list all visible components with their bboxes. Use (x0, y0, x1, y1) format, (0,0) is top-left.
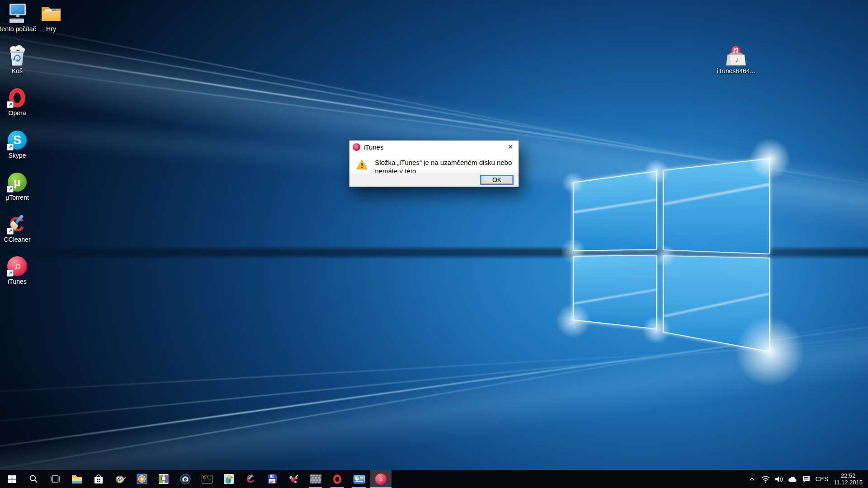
store-icon (94, 474, 104, 484)
desktop-icon-label: CCleaner (4, 236, 30, 243)
glow-spot (720, 302, 820, 401)
ok-button[interactable]: OK (480, 175, 514, 185)
tray-expand-button[interactable] (746, 470, 758, 488)
action-center-button[interactable] (800, 470, 812, 488)
system-tray: CES 22:52 11.12.2015 (746, 470, 868, 488)
desktop-icon-label: Skype (9, 152, 26, 159)
tray-onedrive-button[interactable] (787, 470, 798, 488)
shortcut-overlay-icon: ↗ (7, 101, 14, 108)
recycle-bin-icon (6, 45, 28, 66)
close-icon: × (508, 142, 513, 152)
desktop-icon-label: Opera (9, 109, 26, 117)
ccleaner-icon: C ↗ (6, 213, 28, 235)
desktop-icon-utorrent[interactable]: µ ↗ µTorrent (0, 171, 34, 201)
screen-capture-button[interactable] (153, 470, 175, 488)
installer-box-icon (725, 45, 747, 66)
light-ray (0, 326, 868, 427)
opera-icon: ↗ (6, 87, 28, 108)
windows-logo-icon (8, 475, 16, 483)
start-button[interactable] (1, 470, 23, 488)
itunes-icon: ♫ (375, 474, 387, 485)
skype-icon: S ↗ (6, 129, 28, 151)
desktop-icon-games[interactable]: Hry (34, 3, 68, 33)
molecule-icon (288, 474, 299, 484)
action-center-icon (802, 475, 811, 483)
light-ray (0, 312, 868, 454)
parrot-icon (223, 474, 234, 484)
shortcut-overlay-icon: ↗ (7, 228, 14, 235)
desktop-icon-label: µTorrent (5, 194, 29, 201)
floppy-disk-icon (267, 474, 277, 484)
desktop-icon-ccleaner[interactable]: C ↗ CCleaner (0, 213, 34, 243)
windows-store-button[interactable] (88, 470, 109, 488)
search-button[interactable] (23, 470, 44, 488)
desktop-icon-itunes-installer[interactable]: iTunes6464... (719, 45, 753, 75)
opera-icon (333, 474, 341, 484)
clock-time: 22:52 (832, 472, 864, 479)
desktop-icon-recycle-bin[interactable]: Koš (0, 45, 34, 75)
itunes-icon: ♫ ↗ (6, 255, 28, 277)
wifi-icon (761, 475, 770, 483)
desktop-icon-label: Hry (46, 25, 56, 33)
file-explorer-icon (71, 474, 83, 484)
task-view-button[interactable] (44, 470, 66, 488)
itunes-message-dialog: ♫ iTunes × Složka „iTunes“ je na uzamčen… (349, 140, 519, 187)
capture-icon (158, 474, 169, 484)
irfanview-button[interactable] (218, 470, 240, 488)
taskbar: C:\_ C (0, 470, 868, 488)
system-monitor-button[interactable] (348, 470, 370, 488)
desktop-icon-itunes[interactable]: ♫ ↗ iTunes (0, 255, 34, 285)
ccleaner-taskbar-button[interactable]: C (240, 470, 261, 488)
gimp-icon (114, 474, 126, 484)
camera-icon (180, 474, 191, 484)
glow-spot (741, 130, 799, 188)
brick-wall-icon (310, 474, 321, 483)
chevron-up-icon (749, 477, 755, 481)
desktop-icon-this-pc[interactable]: Tento počítač (0, 3, 34, 33)
light-beam (0, 307, 868, 488)
language-indicator[interactable]: CES (814, 475, 830, 483)
shortcut-overlay-icon: ↗ (7, 186, 14, 192)
search-icon (29, 474, 38, 483)
glow-spot (548, 296, 598, 346)
taskbar-clock[interactable]: 22:52 11.12.2015 (832, 472, 864, 486)
glow-spot (636, 310, 677, 350)
tray-volume-button[interactable] (773, 470, 785, 488)
glow-spot (557, 167, 589, 199)
firewall-app-button[interactable] (305, 470, 326, 488)
file-explorer-button[interactable] (66, 470, 88, 488)
glow-spot (649, 240, 680, 272)
light-ray (0, 304, 868, 478)
desktop-icon-label: iTunes (8, 278, 27, 285)
desktop-icon-opera[interactable]: ↗ Opera (0, 87, 34, 117)
tray-wifi-button[interactable] (760, 470, 771, 488)
desktop-icon-skype[interactable]: S ↗ Skype (0, 129, 34, 159)
warning-icon (356, 157, 368, 172)
media-player-button[interactable] (131, 470, 153, 488)
wallpaper-dark-band (0, 246, 868, 259)
screenshot-app-button[interactable] (175, 470, 196, 488)
shortcut-overlay-icon: ↗ (7, 270, 14, 277)
glow-spot (638, 154, 675, 190)
windows-logo (561, 149, 778, 361)
this-pc-icon (6, 3, 28, 24)
shortcut-overlay-icon: ↗ (7, 144, 14, 150)
desktop-icon-label: Koš (12, 67, 23, 75)
command-prompt-button[interactable]: C:\_ (196, 470, 218, 488)
folder-icon (40, 3, 62, 24)
opera-taskbar-button[interactable] (326, 470, 348, 488)
screen: Tento počítač Hry (0, 0, 868, 488)
desktop-icon-label: Tento počítač (0, 25, 36, 33)
speaker-icon (774, 475, 784, 483)
dialog-title: iTunes (363, 143, 383, 151)
molecule-app-button[interactable] (283, 470, 305, 488)
clock-date: 11.12.2015 (832, 479, 864, 486)
ccleaner-icon: C (245, 474, 256, 484)
close-button[interactable]: × (502, 141, 519, 153)
dialog-titlebar[interactable]: ♫ iTunes × (349, 141, 519, 153)
system-panel-icon (354, 475, 365, 483)
gimp-button[interactable] (109, 470, 131, 488)
command-prompt-icon: C:\_ (202, 475, 212, 483)
total-commander-button[interactable] (261, 470, 283, 488)
itunes-taskbar-button[interactable]: ♫ (370, 470, 392, 488)
